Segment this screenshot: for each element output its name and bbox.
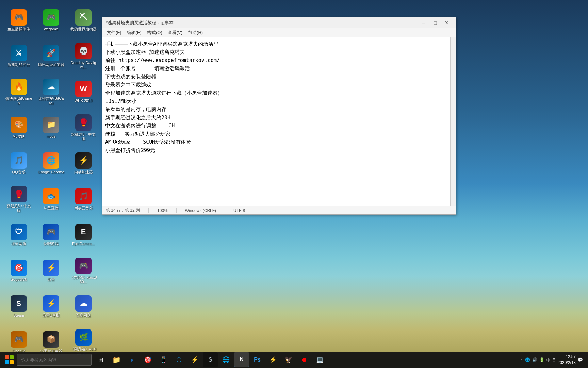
- taskbar-chrome[interactable]: 🌐: [218, 352, 233, 367]
- tiandun-icon-image: 🛡: [11, 224, 27, 240]
- epic-games-icon-label: EpicGames...: [72, 242, 95, 246]
- netease-music-icon-label: 网易云音乐: [74, 206, 93, 210]
- desktop-icon-tencent-net[interactable]: 🚀腾讯网游加速器: [36, 39, 66, 73]
- desktop-icon-baidu-pan[interactable]: ☁百度网盘: [68, 290, 99, 324]
- taskbar-app-targeting[interactable]: 🎯: [140, 352, 155, 367]
- desktop-icon-xunlei-enjoy[interactable]: ⚡迅雷U享版: [36, 290, 66, 324]
- xunlei-icon-label: 迅雷: [47, 277, 55, 282]
- notepad-text-area[interactable]: [102, 37, 450, 206]
- maximize-button[interactable]: □: [430, 19, 441, 27]
- taskbar-right-area: ∧ 🌐 🔊 🔋 中 ⊟ 12:57 2020/2/18 💬: [520, 354, 586, 366]
- desktop-icon-minecraft-launcher[interactable]: ⛏我的世界启动器: [68, 3, 99, 37]
- desktop-icon-bitcasa[interactable]: ☁比特吉星(BitCasa): [36, 75, 66, 109]
- status-separator-1: [148, 208, 149, 213]
- bitcomet-icon-label: 铁快侠(BitComet): [5, 96, 32, 105]
- close-button[interactable]: ✕: [441, 19, 452, 27]
- desktop-icon-gx3[interactable]: 🎮《光环3》xbox360...: [68, 254, 99, 288]
- taskbar-thunder[interactable]: ⚡: [265, 352, 280, 367]
- desktop-icon-qq-music[interactable]: 🎵QQ音乐: [3, 147, 34, 181]
- flash-accel-icon-label: 闪动加速器: [74, 170, 93, 174]
- taskbar-monitor[interactable]: 💻: [312, 352, 327, 367]
- douyu-live-icon-image: 🐟: [43, 188, 59, 204]
- cursor-position: 第 14 行，第 12 列: [106, 208, 140, 213]
- desktop-icon-wegame[interactable]: 🎮wegame: [36, 3, 66, 37]
- dw5-icon-label: 双截龙5：中文版: [70, 132, 97, 141]
- desktop-icon-dw5[interactable]: 🥊双截龙5：中文版: [68, 111, 99, 145]
- window-statusbar: 第 14 行，第 12 列 100% Windows (CRLF) UTF-8: [102, 206, 456, 214]
- desktop-icon-tiandun[interactable]: 🛡境天网盾: [3, 218, 34, 252]
- bitcasa-icon-label: 比特吉星(BitCasa): [37, 96, 65, 105]
- taskbar-input-icon[interactable]: 中: [546, 357, 550, 363]
- qq-music-icon-label: QQ音乐: [12, 170, 25, 174]
- window-content: [102, 37, 456, 206]
- taskbar-up-arrow[interactable]: ∧: [520, 357, 523, 362]
- dw52-icon-label: 双截龙5：中文版: [5, 204, 32, 213]
- gogo-games-icon-image: 🎯: [11, 260, 27, 276]
- taskbar-edge[interactable]: ⬡: [172, 352, 186, 367]
- taskbar-bird[interactable]: 🦅: [281, 352, 296, 367]
- notepad-window: *逃离科塔夫购买激活教程 - 记事本 ─ □ ✕ 文件(F) 编辑(E) 格式(…: [102, 17, 456, 215]
- taskbar-app-mobile[interactable]: 📱: [156, 352, 171, 367]
- desktop-icon-xunlei[interactable]: ⚡迅雷: [36, 254, 66, 288]
- desktop-icon-mcmod[interactable]: 🎨Mc皮肤: [3, 111, 34, 145]
- tencent-net-icon-image: 🚀: [43, 45, 59, 61]
- mods-icon-image: 📁: [43, 117, 59, 133]
- desktop-icon-kuaihe-games[interactable]: 🎮快吧游戏: [36, 218, 66, 252]
- desktop-icon-netease-music[interactable]: 🎵网易云音乐: [68, 182, 99, 216]
- wegame-icon-image: 🎮: [43, 9, 59, 26]
- taskbar-ps[interactable]: Ps: [250, 352, 265, 367]
- desktop-icon-google-chrome[interactable]: 🌐Google Chrome: [36, 147, 66, 181]
- menu-view[interactable]: 查看(V): [165, 29, 185, 37]
- xunlei-icon-image: ⚡: [43, 260, 59, 276]
- taskbar-task-view[interactable]: ⊞: [93, 352, 108, 367]
- mcmod-icon-label: Mc皮肤: [13, 134, 25, 139]
- desktop-icon-dead-daylight[interactable]: 💀Dead by Daylight...: [68, 39, 99, 73]
- menu-format[interactable]: 格式(O): [144, 29, 165, 37]
- taskbar-steam[interactable]: S: [203, 352, 218, 367]
- taskbar-record[interactable]: ⏺: [297, 352, 312, 367]
- taskbar-file-explorer[interactable]: 📁: [109, 352, 124, 367]
- gx3-icon-image: 🎮: [75, 258, 92, 274]
- desktop-icon-douyu-live[interactable]: 🐟斗鱼直播: [36, 182, 66, 216]
- menu-file[interactable]: 文件(F): [104, 29, 124, 37]
- desktop-icon-steam[interactable]: SSteam: [3, 290, 34, 324]
- mcmod-icon-image: 🎨: [11, 117, 27, 133]
- gx3-icon-label: 《光环3》xbox360...: [70, 275, 97, 284]
- desktop-icon-bitcomet[interactable]: 🔥铁快侠(BitComet): [3, 75, 34, 109]
- windows-logo: [5, 355, 14, 364]
- start-button[interactable]: [2, 352, 17, 367]
- desktop-icon-dw52[interactable]: 🥊双截龙5：中文版: [3, 182, 34, 216]
- desktop-icon-wps[interactable]: WWPS 2019: [68, 75, 99, 109]
- menu-help[interactable]: 帮助(H): [185, 29, 206, 37]
- desktop-icon-douyutv[interactable]: 🎮鱼直播插件伴: [3, 3, 34, 37]
- tencent-net-icon-label: 腾讯网游加速器: [38, 63, 64, 67]
- window-menubar: 文件(F) 编辑(E) 格式(O) 查看(V) 帮助(H): [102, 28, 456, 37]
- desktop-icon-flash-accel[interactable]: ⚡闪动加速器: [68, 147, 99, 181]
- taskbar-notepad-running[interactable]: N: [234, 352, 249, 367]
- steam-icon-image: S: [11, 295, 27, 312]
- menu-edit[interactable]: 编辑(E): [124, 29, 144, 37]
- taskbar-volume-icon[interactable]: 🔊: [532, 357, 537, 362]
- status-separator-3: [225, 208, 225, 213]
- minecraft-launcher-icon-image: ⛏: [75, 9, 92, 26]
- taskbar-search-input[interactable]: [17, 354, 92, 366]
- taskbar-accel[interactable]: ⚡: [187, 352, 202, 367]
- gogo-games-icon-label: Gogo游戏: [11, 277, 27, 282]
- desktop-icon-epic-games[interactable]: EEpicGames...: [68, 218, 99, 252]
- desktop-icon-mods[interactable]: 📁mods: [36, 111, 66, 145]
- taskbar-ie[interactable]: e: [125, 352, 140, 367]
- taskbar-clock[interactable]: 12:57 2020/2/18: [558, 354, 576, 366]
- notification-area[interactable]: 💬: [578, 357, 583, 362]
- zoom-level: 100%: [157, 208, 168, 213]
- wps-icon-image: W: [75, 81, 92, 97]
- encoding: UTF-8: [233, 208, 245, 213]
- xiaoheihe-icon-image: 📦: [43, 331, 59, 348]
- desktop-icon-battle[interactable]: ⚔游戏对战平台: [3, 39, 34, 73]
- minimize-button[interactable]: ─: [418, 19, 429, 27]
- status-separator-2: [176, 208, 177, 213]
- taskbar-layout-icon[interactable]: ⊟: [552, 357, 556, 362]
- baidu-pan-icon-image: ☁: [75, 295, 92, 312]
- vertical-scrollbar[interactable]: [450, 37, 456, 206]
- kuaihe-games-icon-image: 🎮: [43, 224, 59, 240]
- desktop-icon-gogo-games[interactable]: 🎯Gogo游戏: [3, 254, 34, 288]
